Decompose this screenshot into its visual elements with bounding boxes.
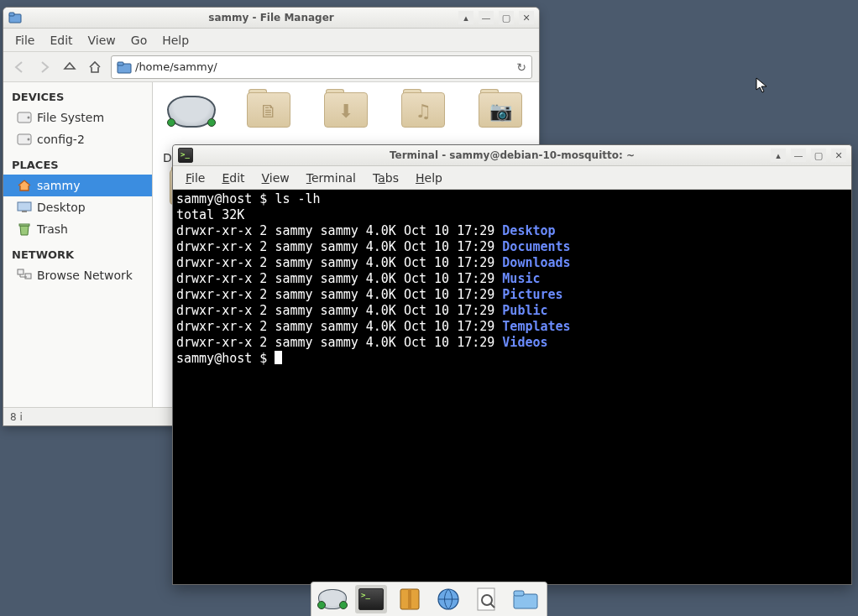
directory-name: Videos [502, 335, 547, 350]
fm-minimize-button[interactable]: — [479, 11, 494, 24]
term-minimize-button[interactable]: — [791, 149, 806, 162]
fm-titlebar[interactable]: sammy - File Manager ▴ — ▢ ✕ [3, 8, 539, 29]
sidebar-item-label: Desktop [37, 201, 86, 214]
trash-icon [17, 222, 32, 237]
sidebar-heading-devices: DEVICES [3, 82, 152, 107]
dock-archive[interactable] [394, 585, 426, 613]
directory-name: Pictures [502, 287, 562, 302]
svg-rect-8 [18, 202, 31, 211]
file-item-music[interactable]: ♫ [393, 92, 453, 131]
term-menu-file[interactable]: File [178, 169, 212, 187]
folder-icon: 🗎 [245, 92, 292, 129]
fm-menu-view[interactable]: View [81, 31, 123, 50]
directory-name: Music [502, 271, 540, 286]
file-item-documents[interactable]: 🗎 [238, 92, 299, 131]
dock-viewer[interactable] [471, 585, 503, 613]
fm-maximize-button[interactable]: ▢ [499, 11, 514, 24]
term-menu-terminal[interactable]: Terminal [299, 169, 364, 187]
svg-point-5 [28, 117, 30, 119]
dock-terminal[interactable] [355, 585, 387, 613]
directory-name: Templates [502, 319, 570, 334]
term-menu-view[interactable]: View [254, 169, 297, 187]
drive-icon [17, 132, 32, 147]
sidebar-heading-network: NETWORK [3, 240, 152, 264]
dock-file-manager[interactable] [317, 585, 348, 613]
desktop-icon [17, 200, 32, 215]
fm-close-button[interactable]: ✕ [519, 11, 534, 24]
fm-menubar: File Edit View Go Help [3, 29, 539, 52]
fm-menu-edit[interactable]: Edit [43, 31, 79, 50]
mouse-cursor [756, 77, 769, 94]
file-item-desktop[interactable] [161, 92, 222, 131]
file-item-pictures[interactable]: 📷 [470, 92, 531, 131]
term-title: Terminal - sammy@debian-10-mosquitto: ~ [173, 149, 851, 161]
fm-menu-help[interactable]: Help [155, 31, 196, 50]
terminal-cursor [275, 351, 282, 364]
terminal-icon [178, 148, 193, 163]
svg-rect-14 [408, 589, 411, 609]
directory-name: Documents [502, 239, 570, 254]
terminal-output[interactable]: sammy@host $ ls -lh total 32K drwxr-xr-x… [173, 190, 851, 584]
drive-icon [17, 110, 32, 125]
term-maximize-button[interactable]: ▢ [811, 149, 826, 162]
location-bar[interactable]: /home/sammy/ ↻ [111, 55, 532, 79]
term-close-button[interactable]: ✕ [831, 149, 846, 162]
sidebar-item-filesystem[interactable]: File System [3, 107, 152, 128]
disk-icon [167, 96, 216, 128]
svg-rect-9 [22, 211, 27, 212]
archive-icon [398, 587, 421, 612]
svg-rect-12 [25, 274, 31, 279]
folder-icon: ⬇ [322, 92, 369, 129]
dock [0, 579, 858, 616]
sidebar-item-desktop[interactable]: Desktop [3, 196, 152, 218]
svg-rect-11 [18, 269, 24, 274]
terminal-window: Terminal - sammy@debian-10-mosquitto: ~ … [172, 144, 852, 585]
reload-button[interactable]: ↻ [516, 60, 526, 74]
sidebar-item-label: config-2 [37, 133, 85, 146]
forward-button[interactable] [35, 58, 54, 76]
term-menu-help[interactable]: Help [408, 169, 450, 187]
sidebar-item-browse-network[interactable]: Browse Network [3, 264, 152, 286]
term-menu-edit[interactable]: Edit [214, 169, 252, 187]
term-menubar: File Edit View Terminal Tabs Help [173, 166, 851, 190]
home-button[interactable] [86, 58, 104, 76]
home-icon [17, 178, 32, 193]
folder-icon [8, 11, 22, 24]
fm-toolbar: /home/sammy/ ↻ [3, 52, 539, 82]
location-path[interactable]: /home/sammy/ [135, 60, 516, 73]
network-icon [17, 268, 32, 283]
directory-name: Downloads [502, 255, 570, 270]
sidebar-item-label: sammy [37, 179, 80, 192]
terminal-icon [358, 588, 384, 610]
sidebar-item-label: Browse Network [37, 269, 133, 282]
directory-name: Public [502, 303, 547, 318]
up-button[interactable] [60, 58, 79, 76]
fm-sidebar: DEVICES File System config-2 PLACES samm… [3, 82, 153, 407]
folder-icon: ♫ [400, 92, 447, 129]
magnifier-icon [474, 587, 500, 612]
location-folder-icon [117, 60, 132, 75]
svg-rect-1 [9, 13, 14, 16]
svg-point-7 [28, 138, 30, 141]
svg-rect-19 [514, 594, 537, 608]
dock-folder[interactable] [510, 585, 541, 613]
fm-rollup-button[interactable]: ▴ [458, 11, 473, 24]
back-button[interactable] [10, 58, 29, 76]
folder-icon [512, 587, 539, 611]
file-item-downloads[interactable]: ⬇ [316, 92, 376, 131]
sidebar-item-config2[interactable]: config-2 [3, 128, 152, 150]
sidebar-item-trash[interactable]: Trash [3, 218, 152, 240]
fm-menu-go[interactable]: Go [124, 31, 154, 50]
sidebar-item-home[interactable]: sammy [3, 175, 152, 196]
term-menu-tabs[interactable]: Tabs [365, 169, 406, 187]
svg-rect-3 [118, 62, 123, 65]
dock-browser[interactable] [432, 585, 464, 613]
term-titlebar[interactable]: Terminal - sammy@debian-10-mosquitto: ~ … [173, 145, 851, 166]
fm-menu-file[interactable]: File [8, 31, 41, 50]
folder-icon: 📷 [477, 92, 524, 129]
directory-name: Desktop [502, 223, 555, 238]
status-text: 8 i [10, 411, 23, 423]
sidebar-item-label: Trash [37, 222, 68, 236]
term-rollup-button[interactable]: ▴ [771, 149, 786, 162]
svg-rect-10 [19, 224, 29, 226]
